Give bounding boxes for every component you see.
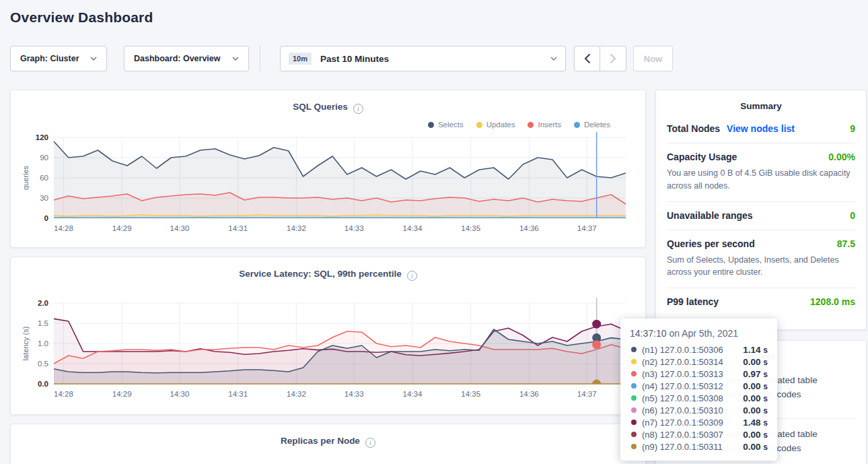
charts-column: SQL Queriesi SelectsUpdatesInsertsDelete… bbox=[10, 90, 646, 464]
dashboard-dropdown-label: Dashboard: Overview bbox=[134, 54, 221, 63]
x-tick-label: 14:33 bbox=[345, 224, 364, 232]
node-address: (n9) 127.0.0.1:50311 bbox=[642, 442, 723, 452]
x-tick-label: 14:30 bbox=[170, 390, 190, 398]
chevron-right-icon bbox=[610, 53, 616, 64]
x-tick-label: 14:36 bbox=[519, 224, 539, 232]
node-address: (n7) 127.0.0.1:50309 bbox=[642, 418, 723, 428]
x-tick-label: 14:28 bbox=[54, 390, 73, 398]
x-tick-label: 14:37 bbox=[577, 224, 597, 232]
tooltip-row: (n8) 127.0.0.1:503070.00 s bbox=[630, 428, 768, 440]
summary-row-p99-latency: P99 latency 1208.0 ms bbox=[667, 288, 855, 316]
x-tick-label: 14:37 bbox=[577, 390, 597, 398]
x-tick-label: 14:28 bbox=[54, 224, 73, 232]
legend-item-updates[interactable]: Updates bbox=[476, 121, 515, 129]
time-range-picker[interactable]: 10m Past 10 Minutes bbox=[280, 46, 566, 71]
chart-tooltip-rows: (n1) 127.0.0.1:503061.14 s(n2) 127.0.0.1… bbox=[630, 343, 768, 453]
tooltip-row: (n1) 127.0.0.1:503061.14 s bbox=[630, 343, 768, 356]
summary-value: 0 bbox=[850, 210, 855, 221]
summary-row-unavailable-ranges: Unavailable ranges 0 bbox=[667, 202, 855, 230]
y-tick-label: 2.0 bbox=[38, 299, 48, 307]
now-button[interactable]: Now bbox=[633, 46, 673, 71]
summary-label: Unavailable ranges bbox=[667, 210, 753, 221]
replicas-per-node-panel: Replicas per Nodei bbox=[10, 424, 646, 464]
sql-queries-panel: SQL Queriesi SelectsUpdatesInsertsDelete… bbox=[10, 90, 646, 248]
node-latency-value: 0.00 s bbox=[743, 393, 768, 403]
x-tick-label: 14:36 bbox=[519, 390, 539, 398]
summary-value: 9 bbox=[850, 123, 855, 134]
dashboard-dropdown[interactable]: Dashboard: Overview bbox=[124, 46, 249, 71]
node-latency-value: 1.48 s bbox=[743, 418, 768, 428]
y-tick-label: 0.5 bbox=[38, 360, 48, 368]
legend-dot bbox=[428, 122, 434, 128]
service-latency-chart[interactable]: 14:2814:2914:3014:3114:3214:3314:3414:35… bbox=[20, 298, 636, 403]
tooltip-row: (n2) 127.0.0.1:503140.00 s bbox=[630, 356, 768, 368]
summary-value: 0.00% bbox=[828, 152, 855, 162]
graph-dropdown[interactable]: Graph: Cluster bbox=[10, 46, 107, 71]
view-nodes-list-link[interactable]: View nodes list bbox=[727, 123, 795, 134]
y-axis-title: latency (s) bbox=[22, 327, 30, 361]
y-tick-label: 0 bbox=[44, 214, 48, 222]
info-icon[interactable]: i bbox=[365, 438, 375, 448]
sql-queries-chart[interactable]: 14:2814:2914:3014:3114:3214:3314:3414:35… bbox=[20, 132, 636, 237]
x-tick-label: 14:34 bbox=[403, 390, 423, 398]
service-latency-svg: 14:2814:2914:3014:3114:3214:3314:3414:35… bbox=[20, 298, 636, 400]
legend-label: Updates bbox=[486, 121, 515, 129]
node-color-dot bbox=[631, 420, 637, 425]
x-tick-label: 14:29 bbox=[112, 224, 132, 232]
legend-item-deletes[interactable]: Deletes bbox=[574, 121, 610, 129]
tooltip-row: (n6) 127.0.0.1:503100.00 s bbox=[630, 404, 768, 416]
summary-value: 1208.0 ms bbox=[810, 296, 855, 307]
y-tick-label: 30 bbox=[40, 194, 48, 202]
legend-dot bbox=[528, 122, 534, 128]
node-color-dot bbox=[631, 347, 637, 352]
y-tick-label: 90 bbox=[40, 154, 48, 162]
chart-title: SQL Queries bbox=[293, 102, 348, 112]
summary-row-queries-per-second: Queries per second 87.5 Sum of Selects, … bbox=[667, 230, 855, 289]
y-axis-title: queries bbox=[22, 165, 30, 190]
node-latency-value: 0.00 s bbox=[743, 357, 768, 367]
legend-dot bbox=[574, 122, 580, 128]
chart-hover-tooltip: 14:37:10 on Apr 5th, 2021 (n1) 127.0.0.1… bbox=[620, 319, 777, 461]
summary-row-capacity-usage: Capacity Usage 0.00% You are using 0 B o… bbox=[667, 143, 855, 202]
legend-item-inserts[interactable]: Inserts bbox=[528, 121, 561, 129]
node-address: (n6) 127.0.0.1:50310 bbox=[642, 405, 723, 416]
time-back-button[interactable] bbox=[574, 46, 600, 71]
legend-label: Deletes bbox=[584, 121, 610, 129]
hover-marker-n7 bbox=[592, 320, 601, 329]
node-color-dot bbox=[631, 395, 637, 401]
summary-value: 87.5 bbox=[837, 238, 855, 249]
time-forward-button[interactable] bbox=[600, 46, 626, 71]
y-tick-label: 60 bbox=[40, 174, 48, 182]
summary-row-total-nodes: Total Nodes View nodes list 9 bbox=[667, 115, 855, 143]
hover-marker-n3 bbox=[592, 340, 601, 349]
tooltip-row: (n3) 127.0.0.1:503130.97 s bbox=[630, 368, 768, 380]
time-range-badge: 10m bbox=[289, 53, 312, 65]
tooltip-row: (n9) 127.0.0.1:503110.00 s bbox=[630, 440, 768, 453]
info-icon[interactable]: i bbox=[353, 104, 363, 114]
x-tick-label: 14:34 bbox=[403, 224, 423, 232]
node-color-dot bbox=[631, 407, 637, 413]
chevron-down-icon bbox=[232, 57, 239, 61]
x-tick-label: 14:29 bbox=[112, 390, 132, 398]
node-address: (n8) 127.0.0.1:50307 bbox=[642, 430, 723, 440]
summary-title: Summary bbox=[656, 90, 866, 115]
node-color-dot bbox=[631, 383, 637, 389]
summary-panel: Summary Total Nodes View nodes list 9 Ca… bbox=[655, 90, 867, 330]
chevron-down-icon bbox=[90, 57, 97, 61]
tooltip-row: (n4) 127.0.0.1:503120.00 s bbox=[630, 380, 768, 392]
node-latency-value: 0.00 s bbox=[743, 381, 768, 391]
node-latency-value: 0.97 s bbox=[743, 369, 768, 379]
x-tick-label: 14:31 bbox=[228, 390, 248, 398]
node-color-dot bbox=[631, 432, 637, 437]
x-tick-label: 14:32 bbox=[287, 224, 306, 232]
legend-item-selects[interactable]: Selects bbox=[428, 121, 464, 129]
x-tick-label: 14:33 bbox=[345, 390, 364, 398]
summary-label: Capacity Usage bbox=[667, 152, 737, 162]
info-icon[interactable]: i bbox=[407, 271, 417, 281]
node-latency-value: 0.00 s bbox=[743, 430, 768, 440]
time-range-label: Past 10 Minutes bbox=[320, 54, 389, 64]
tooltip-row: (n7) 127.0.0.1:503091.48 s bbox=[630, 416, 768, 428]
tooltip-row: (n5) 127.0.0.1:503080.00 s bbox=[630, 392, 768, 404]
node-address: (n5) 127.0.0.1:50308 bbox=[642, 393, 723, 403]
summary-label: Total Nodes bbox=[667, 123, 720, 134]
